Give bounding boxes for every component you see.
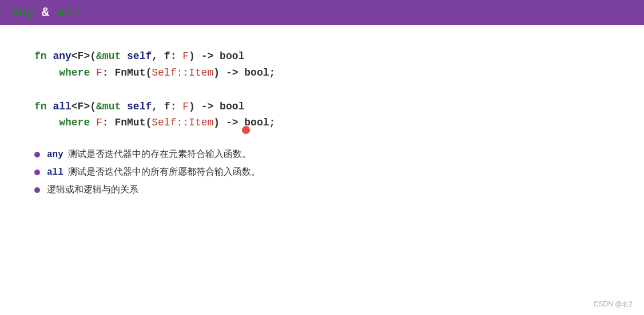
header-title-any: any xyxy=(11,6,34,20)
bullet-text-logic: 逻辑或和逻辑与的关系 xyxy=(47,184,138,196)
footer-text: CSDN @名2 xyxy=(594,300,633,308)
bullet-item-any: any 测试是否迭代器中的存在元素符合输入函数。 xyxy=(34,148,610,160)
code-line-any-2: where F: FnMut(Self::Item) -> bool; xyxy=(34,65,610,81)
page-header: any & all xyxy=(0,0,644,25)
bullet-text-any: any 测试是否迭代器中的存在元素符合输入函数。 xyxy=(47,148,251,160)
code-line-any-1: fn any<F>(&mut self, f: F) -> bool xyxy=(34,48,610,65)
footer: CSDN @名2 xyxy=(594,300,633,309)
bullet-dot-all xyxy=(34,170,40,175)
code-block-all: fn all<F>(&mut self, f: F) -> bool where… xyxy=(34,99,610,132)
header-title-amp: & xyxy=(42,6,57,20)
code-block-any: fn any<F>(&mut self, f: F) -> bool where… xyxy=(34,48,610,81)
bullet-item-logic: 逻辑或和逻辑与的关系 xyxy=(34,184,610,196)
bullet-list: any 测试是否迭代器中的存在元素符合输入函数。 all 测试是否迭代器中的所有… xyxy=(34,148,610,196)
bullet-dot-logic xyxy=(34,187,40,193)
bullet-dot-any xyxy=(34,152,40,158)
main-content: fn any<F>(&mut self, f: F) -> bool where… xyxy=(0,25,644,213)
bullet-item-all: all 测试是否迭代器中的所有所愿都符合输入函数。 xyxy=(34,166,610,178)
cursor-dot xyxy=(242,126,250,134)
header-title-all: all xyxy=(57,6,79,20)
header-title: any & all xyxy=(11,6,79,20)
code-line-all-2: where F: FnMut(Self::Item) -> bool; xyxy=(34,115,610,131)
code-line-all-1: fn all<F>(&mut self, f: F) -> bool xyxy=(34,99,610,115)
bullet-text-all: all 测试是否迭代器中的所有所愿都符合输入函数。 xyxy=(47,166,260,178)
